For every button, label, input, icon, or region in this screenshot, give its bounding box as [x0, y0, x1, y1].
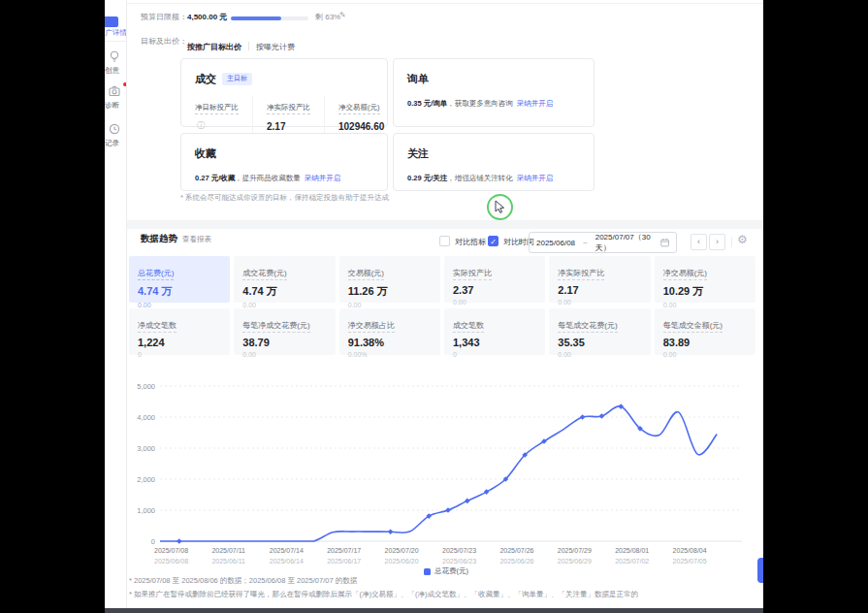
adopt-enable-link[interactable]: 采纳并开启: [305, 174, 341, 182]
svg-text:4,000: 4,000: [137, 413, 155, 422]
side-float-handle[interactable]: [757, 558, 763, 583]
info-icon[interactable]: ⓘ: [197, 121, 205, 130]
budget-value: 4,500.00 元: [187, 12, 227, 22]
chart-legend[interactable]: 总花费(元): [424, 566, 468, 576]
bulb-icon[interactable]: [108, 49, 121, 63]
adopt-enable-link[interactable]: 采纳并开启: [517, 99, 554, 108]
adopt-enable-link[interactable]: 采纳并开启: [517, 174, 554, 182]
footnote-date-ranges: * 2025/07/08 至 2025/08/06 的数据；2025/06/08…: [129, 576, 357, 586]
settings-gear-icon[interactable]: ⚙: [737, 233, 748, 246]
metric-value: 83.89: [663, 337, 747, 348]
metric-value: 10.29 万: [663, 284, 747, 299]
horizontal-scrollbar[interactable]: [105, 608, 763, 613]
metric-tile-7[interactable]: 每笔净成交花费(元)38.790.00: [234, 308, 335, 355]
screen: 推广详情 推广创意 推广诊断 操作记录 预算日限额： 4,500.00: [0, 0, 868, 613]
svg-text:2025/06/26: 2025/06/26: [499, 558, 533, 565]
metric-label: 实际投产比: [453, 268, 492, 280]
metric-label: 净交易额占比: [348, 320, 395, 333]
metric-compare-value: 0.00: [242, 302, 326, 308]
metric-tile-3[interactable]: 实际投产比2.370.00: [444, 256, 545, 303]
svg-text:2025/07/29: 2025/07/29: [558, 547, 592, 554]
goal-card-favorite[interactable]: 收藏 0.27 元/收藏，提升商品收藏数量采纳并开启: [180, 133, 388, 191]
compare-time-checkbox[interactable]: ✓: [488, 236, 498, 246]
metric-tile-11[interactable]: 每笔成交金额(元)83.890.00: [655, 308, 755, 355]
notification-dot: [123, 82, 127, 86]
section-separator: [127, 220, 763, 229]
next-period-button[interactable]: ›: [709, 234, 725, 250]
svg-text:2025/07/17: 2025/07/17: [327, 547, 361, 554]
sidebar-item-history[interactable]: 操作记录: [105, 139, 123, 148]
mouse-cursor-icon: [495, 200, 507, 214]
svg-text:2025/08/04: 2025/08/04: [673, 547, 707, 554]
metric-tile-8[interactable]: 净交易额占比91.38%0.00%: [339, 308, 440, 355]
metric-tile-10[interactable]: 每笔成交花费(元)35.350.00: [549, 308, 650, 355]
date-range-picker[interactable]: 2025/06/08 ~ 2025/07/07（30天）: [529, 232, 677, 253]
svg-text:2025/06/17: 2025/06/17: [327, 558, 361, 565]
edit-budget-icon[interactable]: ✎: [339, 11, 346, 19]
metric-tile-0[interactable]: 总花费(元)4.74 万0.00: [129, 256, 230, 303]
trend-chart[interactable]: 01,0002,0003,0004,0005,0002025/07/082025…: [129, 376, 750, 570]
svg-text:2025/06/20: 2025/06/20: [385, 558, 419, 565]
clock-icon[interactable]: [108, 122, 121, 136]
tab-bid-by-goal[interactable]: 按推广目标出价: [187, 43, 241, 51]
metric-compare-value: 0.00: [558, 351, 641, 358]
metric-label: 每笔成交花费(元): [558, 320, 617, 333]
metric-compare-value: 0: [138, 351, 221, 358]
compare-metric-checkbox[interactable]: [439, 236, 450, 246]
metric-tile-5[interactable]: 净交易额(元)10.29 万0.00: [655, 256, 755, 303]
metric-tile-1[interactable]: 成交花费(元)4.74 万0.00: [234, 256, 335, 303]
sidebar-item-creative[interactable]: 推广创意: [105, 66, 123, 76]
svg-text:2025/06/23: 2025/06/23: [442, 558, 476, 565]
metric-tile-2[interactable]: 交易额(元)11.26 万0.00: [339, 256, 440, 303]
svg-text:2025/07/26: 2025/07/26: [499, 547, 533, 554]
metric-label: 净实际投产比: [558, 268, 604, 280]
metric-value: 11.26 万: [348, 284, 432, 299]
svg-text:2025/06/14: 2025/06/14: [270, 558, 304, 565]
metric-label: 每笔净成交花费(元): [242, 320, 309, 333]
metric-compare-value: 0.00: [453, 299, 536, 306]
metric-compare-value: 0.00: [138, 302, 221, 308]
svg-text:2025/07/05: 2025/07/05: [673, 558, 707, 565]
sidebar-item-diagnose[interactable]: 推广诊断: [105, 101, 123, 111]
goal-card-inquiry[interactable]: 询单 0.35 元/询单，获取更多意向咨询采纳并开启: [393, 58, 595, 127]
metric-compare-value: 0.00: [663, 302, 747, 308]
footnote-disclaimer: * 如果推广在暂停或删除前已经获得了曝光，那么在暂停或删除后展示「(净)交易额」…: [129, 590, 638, 599]
bidding-label: 目标及出价：: [141, 36, 187, 47]
metric-tile-4[interactable]: 净实际投产比2.170.00: [549, 256, 650, 303]
metric-tile-6[interactable]: 净成交笔数1,2240: [129, 308, 230, 355]
sidebar-divider: [105, 41, 126, 42]
svg-text:0: 0: [151, 537, 155, 546]
camera-icon[interactable]: [108, 84, 121, 98]
metric-label: 成交花费(元): [242, 268, 286, 280]
tab-bid-by-exposure[interactable]: 按曝光计费: [256, 43, 295, 51]
goal-card-follow[interactable]: 关注 0.29 元/关注，增强店铺关注转化采纳并开启: [393, 133, 595, 191]
budget-slider-fill: [231, 16, 281, 20]
svg-text:2025/08/01: 2025/08/01: [615, 547, 649, 554]
metric-value: 38.79: [242, 337, 326, 348]
budget-label: 预算日限额：: [141, 12, 187, 22]
metric-value: 4.74 万: [138, 284, 221, 299]
legend-label: 总花费(元): [434, 566, 468, 576]
metric-compare-value: 0: [453, 351, 536, 358]
svg-text:2025/07/02: 2025/07/02: [615, 558, 649, 565]
svg-text:2025/07/08: 2025/07/08: [154, 547, 188, 554]
date-start: 2025/06/08: [536, 239, 575, 247]
primary-goal-badge: 主目标: [222, 73, 252, 85]
metric-label: 净交易额(元): [663, 268, 707, 280]
sidebar-active-tag[interactable]: [105, 16, 118, 27]
trend-title: 数据趋势: [141, 233, 177, 245]
calendar-icon: [660, 238, 669, 247]
metric-compare-value: 0.00: [663, 351, 747, 358]
svg-text:2025/06/08: 2025/06/08: [154, 558, 188, 565]
goal-card-deal[interactable]: 成交主目标 净目标投产比ⓘ 2.45 ✎ 净实际投产比 2.17 净交易额(元)…: [180, 58, 388, 127]
budget-slider[interactable]: [231, 16, 308, 20]
svg-text:2025/07/23: 2025/07/23: [442, 547, 476, 554]
budget-remaining: 剩 63%: [315, 12, 340, 22]
date-end: 2025/07/07（30天）: [595, 232, 660, 253]
metric-label: 每笔成交金额(元): [663, 320, 723, 333]
svg-text:2025/07/11: 2025/07/11: [211, 547, 245, 554]
view-report-link[interactable]: 查看报表: [182, 235, 211, 244]
sidebar-item-promo-detail[interactable]: 推广详情: [105, 28, 127, 38]
metric-tile-9[interactable]: 成交笔数1,3430: [444, 308, 545, 355]
prev-period-button[interactable]: ‹: [691, 234, 707, 250]
